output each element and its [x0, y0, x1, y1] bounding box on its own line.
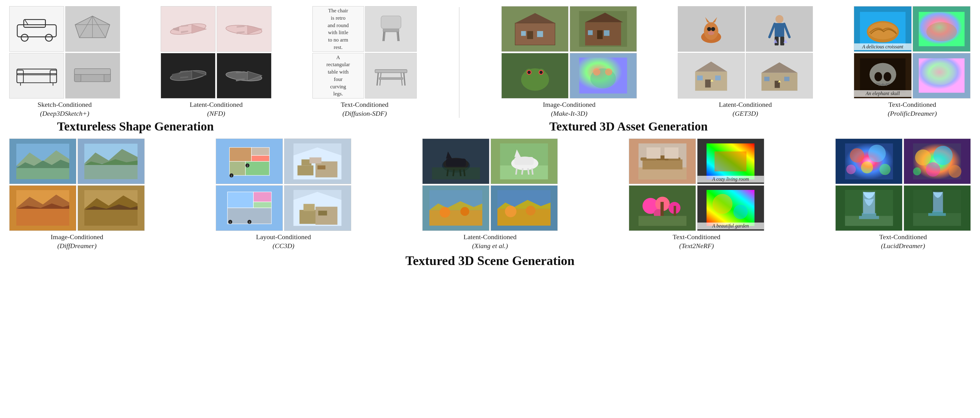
diffdreamer-landscape-3 — [9, 185, 76, 231]
sketch-sofa-image — [9, 53, 64, 99]
get3d-person — [746, 6, 813, 52]
cc3d-images-grid: 1 2 — [216, 138, 351, 231]
makeit3d-images-grid — [501, 6, 637, 99]
prolific-croissant-photo: A delicious croissant — [854, 6, 912, 52]
svg-point-76 — [605, 68, 612, 75]
svg-point-219 — [713, 194, 733, 214]
svg-rect-154 — [317, 165, 325, 169]
svg-point-223 — [868, 145, 886, 162]
text2nerf-living-1 — [629, 138, 696, 184]
svg-point-193 — [439, 207, 450, 218]
svg-point-115 — [874, 72, 882, 81]
croissant-overlay-text: A delicious croissant — [854, 43, 912, 50]
bottom-figures-row: Image-Conditioned (DiffDreamer) — [9, 138, 971, 250]
diffsdf-chair-3d — [365, 6, 417, 52]
svg-point-72 — [539, 71, 542, 74]
beautiful-garden-overlay: A beautiful garden — [697, 223, 764, 229]
diffsdf-table-text: A rectangular table with four curving le… — [312, 53, 364, 99]
top-figures-row: Sketch-Conditioned (Deep3DSketch+) — [9, 6, 971, 118]
sketch-conditioned-group: Sketch-Conditioned (Deep3DSketch+) — [9, 6, 120, 118]
svg-point-231 — [913, 167, 921, 175]
svg-point-112 — [926, 22, 957, 41]
diffdreamer-caption: Image-Conditioned (DiffDreamer) — [51, 233, 103, 250]
svg-rect-132 — [16, 208, 70, 226]
sketch-caption: Sketch-Conditioned (Deep3DSketch+) — [38, 100, 92, 118]
makeit3d-group: Image-Conditioned (Make-It-3D) — [501, 6, 637, 118]
diffsdf-caption: Text-Conditioned (Diffusion-SDF) — [341, 100, 388, 118]
svg-point-116 — [883, 72, 891, 81]
makeit3d-house-1 — [501, 6, 568, 52]
cc3d-room-2 — [284, 185, 351, 231]
svg-rect-12 — [17, 70, 23, 83]
svg-rect-243 — [913, 190, 932, 213]
text2nerf-garden-heatmap: A beautiful garden — [697, 185, 764, 231]
svg-rect-20 — [75, 68, 110, 75]
svg-rect-142 — [251, 156, 269, 161]
svg-rect-244 — [943, 190, 961, 213]
get3d-caption: Latent-Conditioned (GET3D) — [719, 100, 772, 118]
text-diffsdf-group: The chair is retro and round with little… — [312, 6, 417, 118]
diffsdf-chair-caption-text: The chair is retro and round with little… — [325, 6, 351, 52]
svg-line-186 — [516, 168, 517, 175]
svg-rect-97 — [705, 79, 711, 87]
diffdreamer-landscape-1 — [9, 138, 76, 184]
svg-text:2: 2 — [247, 164, 248, 167]
svg-line-48 — [404, 73, 405, 86]
page-container: Sketch-Conditioned (Deep3DSketch+) — [0, 0, 980, 274]
svg-rect-202 — [642, 159, 682, 169]
svg-rect-157 — [228, 192, 253, 208]
luciddreamer-group: Text-Conditioned (LucidDreamer) — [835, 138, 971, 250]
svg-line-187 — [522, 168, 523, 175]
nfd-images-grid — [161, 6, 272, 99]
svg-rect-174 — [446, 159, 466, 167]
svg-line-189 — [532, 168, 533, 175]
svg-line-42 — [398, 32, 399, 41]
svg-rect-207 — [664, 148, 678, 159]
svg-point-225 — [846, 165, 856, 174]
svg-text:1: 1 — [229, 221, 231, 224]
svg-line-41 — [383, 32, 384, 41]
svg-rect-128 — [84, 164, 138, 179]
text2nerf-group: A cozy living room — [629, 138, 764, 250]
prolific-croissant-normal — [913, 6, 970, 52]
svg-point-199 — [526, 206, 536, 215]
svg-rect-169 — [315, 207, 337, 225]
luciddreamer-waterfall-2 — [904, 185, 971, 231]
top-section-labels: Textureless Shape Generation Textured 3D… — [9, 119, 971, 134]
svg-rect-168 — [304, 204, 315, 211]
svg-rect-143 — [229, 161, 245, 175]
svg-rect-105 — [764, 77, 770, 81]
luciddreamer-colorful-2 — [904, 138, 971, 184]
textured-scene-heading: Textured 3D Scene Generation — [9, 253, 971, 268]
svg-rect-144 — [245, 161, 269, 175]
sketch-car-image — [9, 6, 64, 52]
luciddreamer-waterfall-1 — [835, 185, 902, 231]
skull-overlay-text: An elephant skull — [854, 90, 912, 97]
xiang-images-grid — [422, 138, 558, 231]
sketch-couch-mesh — [65, 53, 120, 99]
svg-point-121 — [929, 64, 954, 85]
svg-rect-206 — [646, 148, 660, 159]
diffsdf-images-grid: The chair is retro and round with little… — [312, 6, 417, 99]
top-section-separator — [459, 7, 460, 118]
diffsdf-chair-text: The chair is retro and round with little… — [312, 6, 364, 52]
svg-rect-91 — [780, 37, 784, 46]
svg-rect-141 — [251, 148, 269, 156]
svg-rect-209 — [715, 151, 747, 172]
text2nerf-caption: Text-Conditioned (Text2NeRF) — [673, 233, 721, 250]
luciddreamer-images-grid — [835, 138, 971, 231]
xiang-group: Latent-Conditioned (Xiang et al.) — [422, 138, 558, 250]
cc3d-floorplan-2: 1 2 — [216, 185, 283, 231]
svg-rect-216 — [660, 202, 663, 216]
svg-point-3 — [45, 34, 52, 41]
diffdreamer-landscape-2 — [78, 138, 145, 184]
textured-asset-heading: Textured 3D Asset Generation — [305, 119, 952, 134]
svg-rect-237 — [845, 190, 862, 216]
svg-text:2: 2 — [249, 221, 250, 224]
svg-point-220 — [733, 205, 748, 219]
latent-nfd-group: Latent-Conditioned (NFD) — [161, 6, 272, 118]
textureless-heading: Textureless Shape Generation — [28, 119, 243, 134]
diffsdf-table-caption-text: A rectangular table with four curving le… — [325, 53, 351, 99]
luciddreamer-caption: Text-Conditioned (LucidDreamer) — [879, 233, 927, 250]
svg-rect-99 — [715, 75, 721, 80]
